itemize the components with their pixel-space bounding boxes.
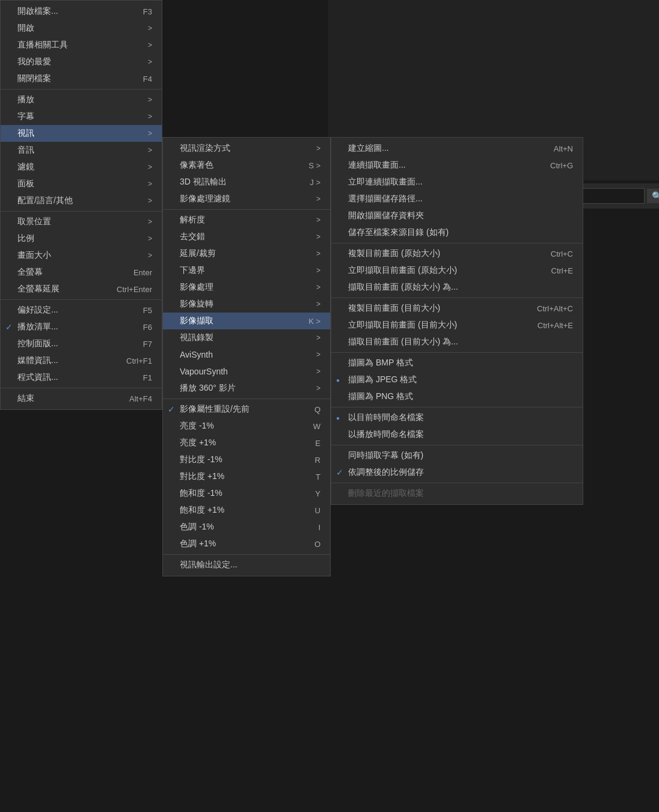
menu1-item-live-tools[interactable]: 直播相關工具> xyxy=(1,37,162,53)
menu1-item-control-panel[interactable]: 控制面版...F7 xyxy=(1,335,162,352)
menu1-item-media-info[interactable]: 媒體資訊...Ctrl+F1 xyxy=(1,352,162,369)
menu-item-label: 配置/語言/其他 xyxy=(17,195,143,206)
menu-item-shortcut: Ctrl+Alt+E xyxy=(538,321,573,330)
submenu-arrow-icon: > xyxy=(316,144,320,153)
menu-item-label: 全螢幕 xyxy=(17,267,121,278)
menu-item-label: 面板 xyxy=(17,179,143,189)
menu2-item-bright-minus[interactable]: 亮度 -1%W xyxy=(163,418,330,435)
menu-item-label: 我的最愛 xyxy=(17,56,143,67)
menu-item-label: 音訊 xyxy=(17,145,143,156)
menu-item-label: 影像處理濾鏡 xyxy=(180,194,311,204)
menu1-item-close-file[interactable]: 關閉檔案F4 xyxy=(1,70,162,87)
menu2-item-img-reset[interactable]: ✓影像屬性重設/先前Q xyxy=(163,401,330,418)
menu1-item-fullscreen-ext[interactable]: 全螢幕延展Ctrl+Enter xyxy=(1,281,162,298)
menu3-item-capture-subtitles[interactable]: 同時擷取字幕 (如有) xyxy=(331,447,583,464)
menu1-item-playlist[interactable]: ✓播放清單...F6 xyxy=(1,319,162,335)
menu2-item-contrast-minus[interactable]: 對比度 -1%R xyxy=(163,451,330,468)
menu1-item-open[interactable]: 開啟> xyxy=(1,20,162,37)
submenu-arrow-icon: > xyxy=(148,129,152,138)
menu3-item-instant-continuous[interactable]: 立即連續擷取畫面... xyxy=(331,174,583,191)
menu-item-label: 依調整後的比例儲存 xyxy=(348,467,573,478)
check-mark: ✓ xyxy=(336,468,343,477)
menu-item-label: 播放 xyxy=(17,94,143,105)
menu1-item-audio[interactable]: 音訊> xyxy=(1,142,162,159)
menu-item-label: 色調 -1% xyxy=(180,522,306,533)
menu2-item-resolution[interactable]: 解析度> xyxy=(163,212,330,228)
menu-item-label: 飽和度 +1% xyxy=(180,505,303,516)
menu2-item-pixel-color[interactable]: 像素著色S > xyxy=(163,157,330,174)
menu2-item-contrast-plus[interactable]: 對比度 +1%T xyxy=(163,468,330,485)
menu-separator xyxy=(1,388,162,388)
menu3-item-save-png[interactable]: 擷圖為 PNG 格式 xyxy=(331,388,583,405)
menu2-item-play360[interactable]: 播放 360° 影片> xyxy=(163,380,330,397)
menu3-item-capture-current-current-as[interactable]: 擷取目前畫面 (目前大小) 為... xyxy=(331,334,583,350)
menu1-item-screen-size[interactable]: 畫面大小> xyxy=(1,247,162,264)
menu1-item-open-file[interactable]: 開啟檔案...F3 xyxy=(1,3,162,20)
radio-mark: ● xyxy=(336,415,340,421)
menu2-item-img-rotate[interactable]: 影像旋轉> xyxy=(163,296,330,313)
submenu-arrow-icon: > xyxy=(148,251,152,260)
menu-separator xyxy=(163,209,330,210)
menu1-item-subtitles[interactable]: 字幕> xyxy=(1,108,162,125)
menu1-item-prog-info[interactable]: 程式資訊...F1 xyxy=(1,369,162,386)
menu-item-shortcut: Ctrl+F1 xyxy=(126,356,152,365)
menu2-item-video-record[interactable]: 視訊錄製> xyxy=(163,329,330,346)
menu3-item-name-by-play-time[interactable]: 以播放時間命名檔案 xyxy=(331,426,583,443)
menu3-item-select-save-path[interactable]: 選擇擷圖儲存路徑... xyxy=(331,191,583,207)
menu-item-label: 建立縮圖... xyxy=(348,143,542,154)
menu2-item-deinterlace[interactable]: 去交錯> xyxy=(163,228,330,245)
menu-item-label: 視訊 xyxy=(17,128,143,139)
menu1-item-config[interactable]: 配置/語言/其他> xyxy=(1,192,162,209)
menu1-item-video[interactable]: 視訊> xyxy=(1,125,162,142)
menu2-item-saturation-minus[interactable]: 飽和度 -1%Y xyxy=(163,485,330,502)
menu-item-label: 播放 360° 影片 xyxy=(180,383,311,394)
menu1-item-panels[interactable]: 面板> xyxy=(1,176,162,192)
menu3-item-copy-current-current[interactable]: 複製目前畫面 (目前大小)Ctrl+Alt+C xyxy=(331,300,583,317)
menu2-item-img-filter[interactable]: 影像處理濾鏡> xyxy=(163,191,330,207)
menu1-item-playback[interactable]: 播放> xyxy=(1,91,162,108)
menu3-item-open-save-folder[interactable]: 開啟擷圖儲存資料夾 xyxy=(331,207,583,224)
menu1-item-exit[interactable]: 結束Alt+F4 xyxy=(1,390,162,407)
menu3-item-save-adjusted-ratio[interactable]: ✓依調整後的比例儲存 xyxy=(331,464,583,481)
menu-item-shortcut: F7 xyxy=(143,340,152,349)
menu-item-shortcut: Ctrl+C xyxy=(551,249,573,258)
menu3-item-name-by-time[interactable]: ●以目前時間命名檔案 xyxy=(331,409,583,426)
menu-item-shortcut: Y xyxy=(315,489,320,498)
menu3-item-continuous-capture[interactable]: 連續擷取畫面...Ctrl+G xyxy=(331,157,583,174)
menu2-item-extend-crop[interactable]: 延展/裁剪> xyxy=(163,245,330,262)
search-icon-button[interactable]: 🔍 xyxy=(647,189,659,203)
menu3-item-create-thumbnail[interactable]: 建立縮圖...Alt+N xyxy=(331,140,583,157)
menu2-item-hue-minus[interactable]: 色調 -1%I xyxy=(163,519,330,536)
menu2-item-img-capture[interactable]: 影像擷取K > xyxy=(163,313,330,329)
menu2-item-hue-plus[interactable]: 色調 +1%O xyxy=(163,536,330,552)
menu-item-label: 影像旋轉 xyxy=(180,299,311,310)
menu2-item-avisynth[interactable]: AviSynth> xyxy=(163,346,330,363)
menu1-item-view-pos[interactable]: 取景位置> xyxy=(1,213,162,230)
menu2-item-render-method[interactable]: 視訊渲染方式> xyxy=(163,140,330,157)
menu2-item-bright-plus[interactable]: 亮度 +1%E xyxy=(163,435,330,451)
submenu-arrow-icon: > xyxy=(316,266,320,275)
menu1-item-ratio[interactable]: 比例> xyxy=(1,230,162,247)
menu3-item-capture-current-orig-as[interactable]: 擷取目前畫面 (原始大小) 為... xyxy=(331,279,583,296)
menu2-item-saturation-plus[interactable]: 飽和度 +1%U xyxy=(163,502,330,519)
menu1-item-preferences[interactable]: 偏好設定...F5 xyxy=(1,302,162,319)
menu1-item-fullscreen[interactable]: 全螢幕Enter xyxy=(1,264,162,281)
menu2-item-img-process[interactable]: 影像處理> xyxy=(163,279,330,296)
menu3-item-save-jpeg[interactable]: ●擷圖為 JPEG 格式 xyxy=(331,371,583,388)
menu-item-shortcut: F1 xyxy=(143,373,152,382)
menu3-item-instant-current-current[interactable]: 立即擷取目前畫面 (目前大小)Ctrl+Alt+E xyxy=(331,317,583,334)
menu-item-label: 視訊輸出設定... xyxy=(180,560,320,570)
menu3-item-copy-current-orig[interactable]: 複製目前畫面 (原始大小)Ctrl+C xyxy=(331,245,583,262)
menu1-item-filters[interactable]: 濾鏡> xyxy=(1,159,162,176)
menu3-item-save-bmp[interactable]: 擷圖為 BMP 格式 xyxy=(331,355,583,371)
menu2-item-vapoursynth[interactable]: VapourSynth> xyxy=(163,363,330,380)
submenu-arrow-icon: > xyxy=(148,197,152,205)
menu3-item-save-to-source[interactable]: 儲存至檔案來源目錄 (如有) xyxy=(331,224,583,241)
submenu-arrow-icon: > xyxy=(316,195,320,203)
menu2-item-video-output-settings[interactable]: 視訊輸出設定... xyxy=(163,557,330,573)
menu1-item-favorites[interactable]: 我的最愛> xyxy=(1,53,162,70)
menu3-item-instant-current-orig[interactable]: 立即擷取目前畫面 (原始大小)Ctrl+E xyxy=(331,262,583,279)
menu2-item-bottom-border[interactable]: 下邊界> xyxy=(163,262,330,279)
menu-item-label: 延展/裁剪 xyxy=(180,248,311,259)
menu2-item-3d-output[interactable]: 3D 視訊輸出J > xyxy=(163,174,330,191)
